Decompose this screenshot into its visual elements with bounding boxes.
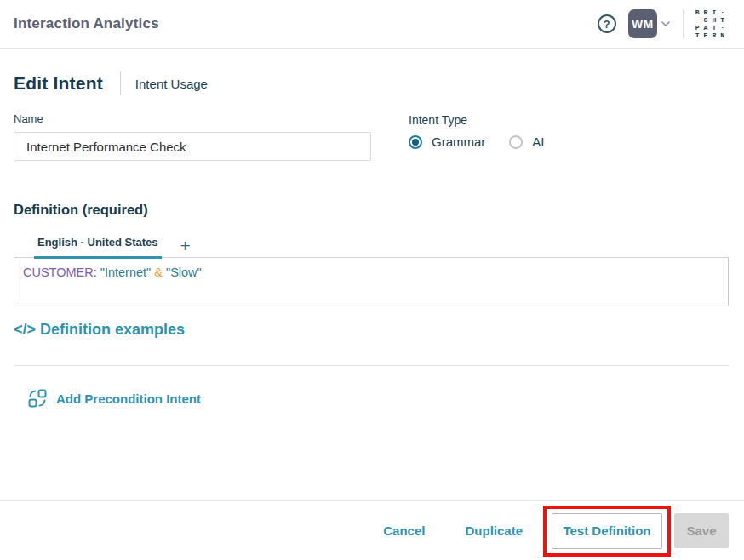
app-title: Interaction Analytics (14, 15, 159, 32)
main-content: Edit Intent Intent Usage Name Intent Typ… (0, 71, 744, 408)
language-tab-bar: English - United States + (14, 236, 729, 258)
definition-heading: Definition (required) (14, 202, 729, 218)
logo-row: PAT· (695, 24, 729, 31)
annotation-highlight-rectangle: Test Definition (543, 506, 671, 557)
code-token: CUSTOMER (23, 266, 94, 279)
add-precondition-label: Add Precondition Intent (56, 391, 201, 406)
code-token: & (154, 266, 163, 279)
radio-label: Grammar (432, 134, 485, 149)
test-definition-button[interactable]: Test Definition (552, 513, 662, 549)
header-divider (683, 9, 684, 38)
intent-type-group: Intent Type Grammar AI (409, 112, 545, 161)
radio-label: AI (532, 134, 544, 149)
radio-circle (409, 135, 422, 149)
chevron-down-icon (661, 20, 671, 27)
user-menu[interactable]: WM (628, 9, 671, 38)
brightpattern-logo: BRI· ·GHT PAT· TERN (695, 9, 730, 39)
add-precondition-button[interactable]: Add Precondition Intent (28, 389, 729, 408)
link-intents-icon (28, 389, 47, 408)
title-row: Edit Intent Intent Usage (14, 71, 729, 95)
intent-type-radios: Grammar AI (409, 134, 545, 149)
intent-type-label: Intent Type (409, 113, 545, 127)
cancel-button[interactable]: Cancel (383, 523, 425, 538)
code-token: "Slow" (166, 266, 202, 279)
logo-row: ·GHT (695, 16, 729, 24)
code-token: "Internet" (100, 266, 151, 279)
tab-english-us[interactable]: English - United States (34, 236, 162, 259)
title-divider (120, 71, 121, 95)
name-field-group: Name (14, 112, 371, 161)
help-icon[interactable]: ? (598, 14, 616, 33)
edit-intent-page: Interaction Analytics ? WM BRI· ·GHT PAT… (0, 0, 744, 560)
duplicate-button[interactable]: Duplicate (465, 523, 523, 538)
tab-intent-usage[interactable]: Intent Usage (135, 77, 208, 91)
code-token: : (94, 266, 100, 279)
page-title: Edit Intent (14, 73, 103, 94)
add-language-button[interactable]: + (177, 238, 194, 254)
section-divider (14, 365, 729, 366)
logo-row: BRI· (695, 9, 729, 16)
logo-row: TERN (695, 31, 729, 39)
form-row: Name Intent Type Grammar AI (14, 112, 729, 161)
avatar[interactable]: WM (628, 9, 657, 38)
name-input[interactable] (14, 132, 371, 161)
app-header: Interaction Analytics ? WM BRI· ·GHT PAT… (0, 0, 744, 49)
save-button[interactable]: Save (674, 513, 729, 548)
name-label: Name (14, 112, 371, 125)
radio-grammar[interactable]: Grammar (409, 134, 485, 149)
footer-actions: Cancel Duplicate Test Definition Save (0, 500, 744, 560)
header-right: ? WM BRI· ·GHT PAT· TERN (598, 9, 730, 39)
definition-examples-link[interactable]: </> Definition examples (14, 321, 185, 339)
radio-ai[interactable]: AI (509, 134, 544, 149)
radio-circle (509, 135, 523, 149)
definition-editor[interactable]: CUSTOMER: "Internet" & "Slow" (14, 258, 729, 306)
